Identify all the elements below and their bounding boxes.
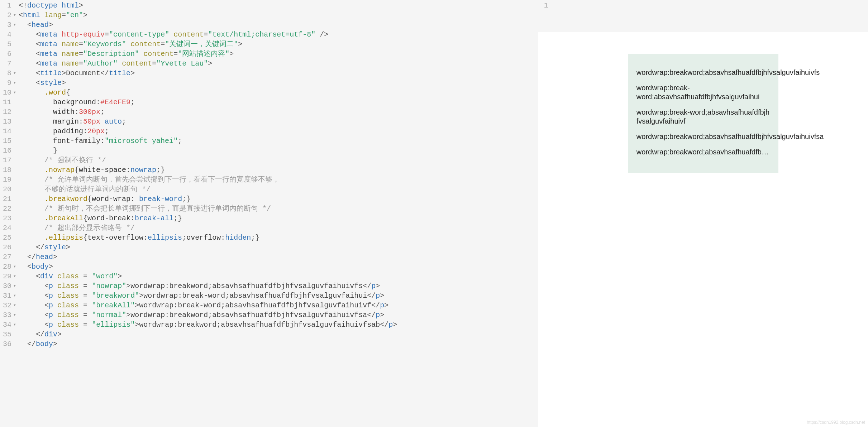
fold-toggle-icon[interactable]: ▾ — [13, 20, 16, 30]
fold-toggle-icon[interactable]: ▾ — [13, 262, 16, 272]
fold-toggle-icon[interactable]: ▾ — [13, 68, 16, 78]
fold-toggle-icon[interactable]: ▾ — [13, 320, 16, 330]
code-line[interactable]: .breakword{word-wrap: break-word;} — [19, 194, 538, 204]
gutter-line: 35 — [1, 330, 16, 339]
code-line[interactable]: <p class = "ellipsis">wordwrap:breakword… — [19, 320, 538, 330]
gutter-line: 33▾ — [1, 310, 16, 320]
code-line[interactable]: <head> — [19, 20, 538, 30]
code-line[interactable]: </style> — [19, 243, 538, 252]
gutter-line: 20 — [1, 184, 16, 194]
gutter-line: 34▾ — [1, 320, 16, 330]
code-line[interactable]: padding:20px; — [19, 126, 538, 136]
code-line[interactable]: <div class = "word"> — [19, 272, 538, 281]
gutter-line: 4 — [1, 30, 16, 39]
code-line[interactable]: </body> — [19, 339, 538, 349]
gutter-line: 1 — [1, 1, 16, 10]
code-line[interactable]: /* 强制不换行 */ — [19, 155, 538, 165]
paragraph-nowrap: wordwrap:breakword;absavhsafhuafdfbjhfvs… — [636, 68, 770, 77]
watermark: https://csdn1992.blog.csdn.net — [807, 420, 865, 425]
code-line[interactable]: .word{ — [19, 88, 538, 97]
code-line[interactable]: .nowrap{white-space:nowrap;} — [19, 165, 538, 175]
code-line[interactable]: <p class = "nowrap">wordwrap:breakword;a… — [19, 281, 538, 291]
code-line[interactable]: /* 断句时，不会把长单词挪到下一行，而是直接进行单词内的断句 */ — [19, 204, 538, 214]
paragraph-breakword: wordwrap:break-word;absavhsafhuafdfbjhfv… — [636, 83, 770, 101]
gutter-line: 3▾ — [1, 20, 16, 30]
gutter-line: 36 — [1, 339, 16, 349]
gutter-line: 29▾ — [1, 272, 16, 281]
code-line[interactable]: <html lang="en"> — [19, 10, 538, 20]
gutter-line: 15 — [1, 136, 16, 146]
code-line[interactable]: .ellipsis{text-overflow:ellipsis;overflo… — [19, 233, 538, 243]
gutter-line: 25 — [1, 233, 16, 243]
gutter-line: 12 — [1, 107, 16, 117]
gutter-line: 32▾ — [1, 301, 16, 310]
code-line[interactable]: </head> — [19, 252, 538, 262]
code-line[interactable]: width:300px; — [19, 107, 538, 117]
fold-toggle-icon[interactable]: ▾ — [13, 291, 16, 301]
gutter-line: 24 — [1, 223, 16, 233]
gutter-line: 27 — [1, 252, 16, 262]
gutter-line: 9▾ — [1, 78, 16, 88]
gutter-line: 31▾ — [1, 291, 16, 301]
gutter-line: 2▾ — [1, 10, 16, 20]
code-line[interactable]: margin:50px auto; — [19, 117, 538, 126]
code-line[interactable]: <p class = "normal">wordwrap:breakword;a… — [19, 310, 538, 320]
fold-toggle-icon[interactable]: ▾ — [13, 10, 16, 20]
preview-line-number: 1 — [544, 1, 548, 10]
code-line[interactable]: <meta http-equiv="content-type" content=… — [19, 30, 538, 39]
code-line[interactable]: <meta name="Author" content="Yvette Lau"… — [19, 59, 538, 68]
gutter-line: 28▾ — [1, 262, 16, 272]
gutter-line: 18 — [1, 165, 16, 175]
preview-gutter: 1 — [538, 0, 868, 32]
paragraph-ellipsis: wordwrap:breakword;absavhsafhuafdfbjhfvs… — [636, 148, 770, 157]
code-line[interactable]: <body> — [19, 262, 538, 272]
line-gutter: 12▾3▾45678▾9▾10▾111213141516171819202122… — [0, 0, 19, 427]
gutter-line: 13 — [1, 117, 16, 126]
fold-toggle-icon[interactable]: ▾ — [13, 310, 16, 320]
gutter-line: 8▾ — [1, 68, 16, 78]
gutter-line: 14 — [1, 126, 16, 136]
code-line[interactable]: <p class = "breakword">wordwrap:break-wo… — [19, 291, 538, 301]
fold-toggle-icon[interactable]: ▾ — [13, 281, 16, 291]
code-line[interactable]: background:#E4eFE9; — [19, 97, 538, 107]
gutter-line: 7 — [1, 59, 16, 68]
code-line[interactable]: .breakAll{word-break:break-all;} — [19, 214, 538, 223]
gutter-line: 23 — [1, 214, 16, 223]
gutter-line: 6 — [1, 49, 16, 59]
code-area[interactable]: <!doctype html><html lang="en"> <head> <… — [19, 0, 538, 427]
gutter-line: 10▾ — [1, 88, 16, 97]
code-line[interactable]: </div> — [19, 330, 538, 339]
code-line[interactable]: <!doctype html> — [19, 1, 538, 10]
code-line[interactable]: font-family:"microsoft yahei"; — [19, 136, 538, 146]
gutter-line: 17 — [1, 155, 16, 165]
code-line[interactable]: /* 超出部分显示省略号 */ — [19, 223, 538, 233]
preview-body: wordwrap:breakword;absavhsafhuafdfbjhfvs… — [538, 32, 868, 427]
code-line[interactable]: <meta name="Description" content="网站描述内容… — [19, 49, 538, 59]
paragraph-normal: wordwrap:breakword;absavhsafhuafdfbjhfvs… — [636, 132, 770, 141]
word-box: wordwrap:breakword;absavhsafhuafdfbjhfvs… — [628, 54, 778, 173]
code-line[interactable]: } — [19, 146, 538, 155]
fold-toggle-icon[interactable]: ▾ — [13, 78, 16, 88]
code-line[interactable]: /* 允许单词内断句，首先会尝试挪到下一行，看看下一行的宽度够不够， — [19, 175, 538, 184]
code-line[interactable]: <style> — [19, 78, 538, 88]
preview-panel: 1 wordwrap:breakword;absavhsafhuafdfbjhf… — [538, 0, 868, 427]
gutter-line: 5 — [1, 39, 16, 49]
gutter-line: 11 — [1, 97, 16, 107]
gutter-line: 19 — [1, 175, 16, 184]
gutter-line: 22 — [1, 204, 16, 214]
gutter-line: 16 — [1, 146, 16, 155]
paragraph-breakall: wordwrap:break-word;absavhsafhuafdfbjhfv… — [636, 108, 770, 126]
code-line[interactable]: <meta name="Keywords" content="关键词一，关键词二… — [19, 39, 538, 49]
code-line[interactable]: 不够的话就进行单词内的断句 */ — [19, 184, 538, 194]
gutter-line: 30▾ — [1, 281, 16, 291]
gutter-line: 26 — [1, 243, 16, 252]
fold-toggle-icon[interactable]: ▾ — [13, 301, 16, 310]
code-editor[interactable]: 12▾3▾45678▾9▾10▾111213141516171819202122… — [0, 0, 538, 427]
fold-toggle-icon[interactable]: ▾ — [13, 88, 16, 97]
fold-toggle-icon[interactable]: ▾ — [13, 272, 16, 281]
code-line[interactable]: <p class = "breakAll">wordwrap:break-wor… — [19, 301, 538, 310]
code-line[interactable]: <title>Document</title> — [19, 68, 538, 78]
gutter-line: 21 — [1, 194, 16, 204]
